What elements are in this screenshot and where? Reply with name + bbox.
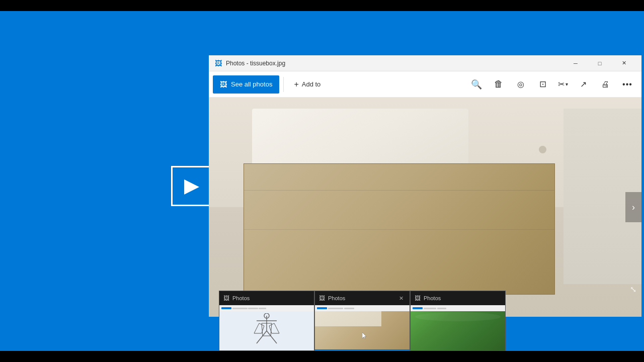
thumbnail-3-title: Photos: [424, 295, 501, 301]
thumbnail-2-app-icon: 🖼: [319, 295, 325, 302]
expand-icon: ⤡: [630, 285, 636, 294]
thumbnail-2-title: Photos: [328, 295, 394, 301]
next-image-button[interactable]: ›: [625, 192, 641, 222]
more-icon: •••: [622, 80, 632, 89]
more-button[interactable]: •••: [617, 74, 637, 95]
thumbnail-2-header: 🖼 Photos ✕: [315, 291, 410, 305]
toolbar-line-d: [437, 308, 446, 309]
small-object: [539, 146, 546, 153]
add-to-label: Add to: [302, 80, 321, 88]
delete-button[interactable]: 🗑: [489, 74, 509, 95]
toolbar-dots: [232, 308, 266, 309]
black-bar-bottom: [0, 351, 644, 362]
terminal-arrow-icon: ▶: [184, 175, 198, 197]
mouse-cursor: [362, 332, 367, 339]
edit-icon: ✂: [558, 79, 565, 89]
photos-icon: 🖼: [220, 80, 227, 88]
toolbar-line-c: [424, 308, 436, 309]
title-bar-left: 🖼 Photos - tissuebox.jpg: [215, 59, 285, 67]
toolbar-line: [232, 308, 248, 309]
thumbnail-mini-toolbar-3: [411, 305, 505, 311]
edit-button[interactable]: ✂ ▾: [555, 74, 571, 95]
toolbar-line-3: [259, 308, 266, 309]
thumbnail-2-close-button[interactable]: ✕: [397, 294, 406, 303]
texture-line-2: [244, 229, 554, 230]
thumbnail-1-header: 🖼 Photos: [219, 291, 314, 305]
thumbnail-2[interactable]: 🖼 Photos ✕: [314, 291, 410, 351]
edit-dropdown-icon: ▾: [566, 81, 568, 87]
terminal-icon[interactable]: ▶: [171, 166, 211, 206]
thumbnail-3-header: 🖼 Photos: [411, 291, 505, 305]
thumbnail-1-app-icon: 🖼: [223, 295, 229, 302]
photo-display: [209, 98, 641, 317]
thumbnail-1-title: Photos: [232, 295, 310, 301]
add-to-button[interactable]: + Add to: [288, 75, 327, 94]
thumbnail-1[interactable]: 🖼 Photos: [219, 291, 314, 351]
print-icon: 🖨: [601, 80, 609, 89]
close-button[interactable]: ✕: [612, 55, 635, 71]
black-bar-top: [0, 0, 644, 11]
delete-icon: 🗑: [494, 79, 503, 89]
maximize-button[interactable]: □: [588, 55, 611, 71]
crop-button[interactable]: ⊡: [533, 74, 553, 95]
photos-window: 🖼 Photos - tissuebox.jpg ─ □ ✕ 🖼 See all…: [209, 55, 641, 317]
expand-button[interactable]: ⤡: [630, 285, 636, 294]
photos-app-icon: 🖼: [215, 59, 222, 67]
title-bar: 🖼 Photos - tissuebox.jpg ─ □ ✕: [209, 55, 641, 71]
toolbar: 🖼 See all photos + Add to 🔍 🗑 ◎ ⊡: [209, 71, 641, 98]
texture-line-1: [244, 190, 554, 191]
crop-icon: ⊡: [539, 79, 546, 89]
enhance-button[interactable]: ◎: [511, 74, 531, 95]
green-highlight: [415, 312, 500, 321]
share-button[interactable]: ↗: [573, 74, 593, 95]
thumbnail-mini-toolbar-1: [219, 305, 314, 311]
thumbnail-1-preview: [219, 305, 314, 350]
add-icon: +: [294, 80, 298, 89]
toolbar-line-a: [328, 308, 343, 309]
toolbar-accent-2: [317, 307, 327, 309]
zoom-icon: 🔍: [471, 79, 482, 90]
see-all-photos-button[interactable]: 🖼 See all photos: [213, 75, 279, 94]
share-icon: ↗: [580, 79, 587, 89]
toolbar-separator-1: [283, 77, 284, 92]
toolbar-accent-dot: [221, 307, 231, 309]
thumb-green-cloth: [411, 311, 505, 350]
thumbnail-mini-toolbar-2: [315, 305, 410, 311]
toolbar-line-2: [248, 308, 258, 309]
window-title: Photos - tissuebox.jpg: [226, 60, 285, 67]
thumbnail-green-preview: [411, 311, 505, 350]
title-bar-controls: ─ □ ✕: [564, 55, 635, 71]
thumb-tissue-top: [315, 311, 381, 326]
enhance-icon: ◎: [517, 79, 524, 89]
taskbar-thumbnails: 🖼 Photos: [219, 291, 506, 351]
chevron-right-icon: ›: [632, 202, 635, 213]
thumbnail-3-app-icon: 🖼: [415, 295, 421, 302]
thumbnail-3-preview: [411, 305, 505, 350]
see-all-photos-label: See all photos: [231, 80, 272, 88]
zoom-button[interactable]: 🔍: [466, 74, 487, 95]
thumbnail-2-preview: [315, 305, 410, 349]
desktop: ▶ 🖼 Photos - tissuebox.jpg ─ □ ✕ 🖼 See a…: [0, 0, 644, 362]
toolbar-accent-3: [413, 307, 423, 309]
tissue-box-body: [244, 163, 555, 295]
thumbnail-tissue-preview: [315, 311, 410, 349]
sketch-svg: [247, 313, 287, 348]
thumbnail-3[interactable]: 🖼 Photos: [410, 291, 506, 351]
image-area: ›: [209, 98, 641, 317]
thumbnail-1-sketch: [219, 305, 314, 350]
minimize-button[interactable]: ─: [564, 55, 587, 71]
print-button[interactable]: 🖨: [595, 74, 615, 95]
toolbar-line-b: [344, 308, 354, 309]
